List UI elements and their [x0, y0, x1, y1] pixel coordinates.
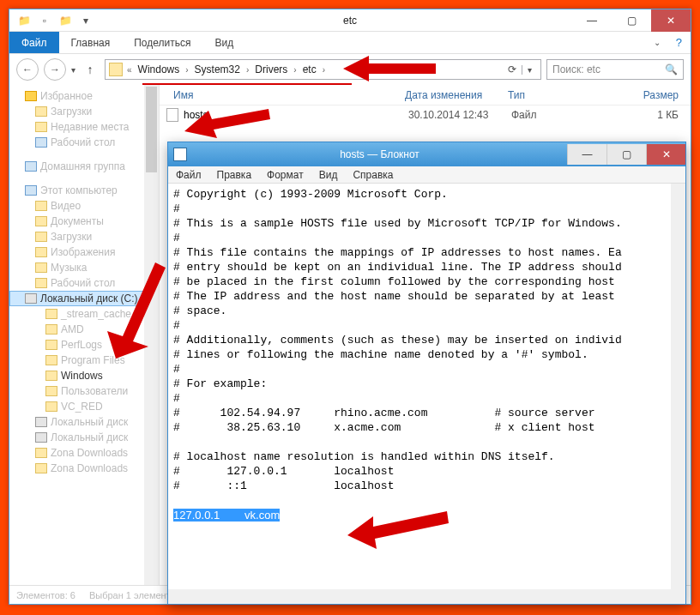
col-date[interactable]: Дата изменения: [398, 89, 501, 101]
sidebar-item[interactable]: Program Files: [9, 353, 159, 368]
sidebar-item[interactable]: _stream_cache: [9, 306, 159, 322]
sidebar-favorites[interactable]: Избранное: [9, 88, 159, 104]
close-button[interactable]: ✕: [651, 9, 691, 32]
menu-format[interactable]: Формат: [259, 169, 311, 181]
folder-icon: [45, 355, 57, 365]
sidebar-computer[interactable]: Этот компьютер: [9, 183, 159, 198]
close-button[interactable]: ✕: [646, 144, 685, 165]
file-name: hosts: [184, 109, 408, 121]
sidebar-item[interactable]: VC_RED: [9, 399, 159, 414]
folder-icon: [35, 448, 47, 458]
file-icon: [166, 108, 178, 122]
notepad-vscrollbar[interactable]: [671, 184, 685, 589]
breadcrumb-seg[interactable]: etc: [301, 63, 318, 75]
ribbon-expand-icon[interactable]: ⌄: [647, 32, 667, 53]
folder-icon: [45, 386, 57, 396]
ribbon-file-tab[interactable]: Файл: [9, 32, 59, 53]
new-folder-icon[interactable]: 📁: [56, 11, 75, 30]
chevron-right-icon[interactable]: ›: [291, 65, 299, 75]
col-name[interactable]: Имя: [166, 89, 398, 101]
sidebar-item-windows[interactable]: Windows: [9, 368, 159, 383]
folder-icon: 📁: [15, 11, 33, 30]
ribbon: Файл Главная Поделиться Вид ⌄ ?: [9, 32, 691, 54]
homegroup-icon: [25, 161, 37, 172]
notepad-icon: [173, 148, 187, 161]
folder-icon: [35, 122, 47, 132]
up-button[interactable]: ↑: [81, 60, 100, 79]
notepad-menu: Файл Правка Формат Вид Справка: [168, 166, 685, 184]
breadcrumb-seg[interactable]: System32: [193, 63, 242, 75]
notepad-titlebar[interactable]: hosts — Блокнот — ▢ ✕: [168, 142, 685, 166]
sidebar-item[interactable]: Пользователи: [9, 383, 159, 399]
file-icon: [45, 401, 57, 412]
sidebar-item[interactable]: Локальный диск: [9, 414, 159, 430]
desktop-icon: [35, 137, 47, 148]
ribbon-tab-view[interactable]: Вид: [202, 32, 245, 53]
sidebar-item[interactable]: Загрузки: [9, 104, 159, 119]
qat-dropdown-icon[interactable]: ▾: [76, 11, 95, 30]
sidebar-item[interactable]: Документы: [9, 214, 159, 229]
sidebar-item[interactable]: Рабочий стол: [9, 135, 159, 150]
folder-icon: [45, 340, 57, 350]
forward-button[interactable]: →: [44, 58, 66, 81]
file-size: 1 КБ: [597, 109, 691, 121]
chevron-right-icon[interactable]: ›: [244, 65, 251, 75]
notepad-hscrollbar[interactable]: [168, 589, 671, 604]
sidebar-homegroup[interactable]: Домашняя группа: [9, 159, 159, 174]
sidebar-item-local-c[interactable]: Локальный диск (C:): [9, 291, 159, 306]
sidebar-item[interactable]: Zona Downloads: [9, 461, 159, 476]
col-type[interactable]: Тип: [501, 89, 587, 101]
sidebar-item[interactable]: Локальный диск: [9, 430, 159, 445]
file-date: 30.10.2014 12:43: [408, 109, 511, 121]
drive-icon: [35, 417, 47, 427]
chevron-right-icon[interactable]: ›: [320, 65, 328, 75]
recent-dropdown-icon[interactable]: ▾: [71, 65, 75, 75]
folder-icon: [35, 232, 47, 242]
menu-help[interactable]: Справка: [345, 169, 401, 181]
ribbon-tab-share[interactable]: Поделиться: [122, 32, 202, 53]
column-headers[interactable]: Имя Дата изменения Тип Размер: [160, 85, 691, 106]
file-row-hosts[interactable]: hosts 30.10.2014 12:43 Файл 1 КБ: [160, 106, 691, 124]
sidebar-item[interactable]: AMD: [9, 322, 159, 337]
back-button[interactable]: ←: [16, 58, 39, 81]
menu-file[interactable]: Файл: [168, 169, 209, 181]
address-dropdown-icon[interactable]: ▾: [522, 65, 537, 75]
address-row: ← → ▾ ↑ « Windows › System32 › Drivers ›…: [9, 54, 691, 85]
menu-view[interactable]: Вид: [311, 169, 346, 181]
minimize-button[interactable]: —: [567, 144, 606, 165]
sidebar-item[interactable]: Музыка: [9, 260, 159, 275]
help-icon[interactable]: ?: [667, 32, 691, 53]
drive-icon: [25, 293, 37, 304]
folder-icon: [35, 201, 47, 211]
sidebar-item[interactable]: Изображения: [9, 244, 159, 260]
maximize-button[interactable]: ▢: [606, 144, 646, 165]
folder-icon: [45, 309, 57, 319]
ribbon-tab-home[interactable]: Главная: [59, 32, 123, 53]
sidebar-item[interactable]: PerfLogs: [9, 337, 159, 353]
menu-edit[interactable]: Правка: [209, 169, 260, 181]
breadcrumb-seg[interactable]: Drivers: [253, 63, 289, 75]
folder-icon: [35, 278, 47, 288]
sidebar-item[interactable]: Загрузки: [9, 229, 159, 244]
star-icon: [25, 91, 37, 101]
sidebar[interactable]: Избранное Загрузки Недавние места Рабочи…: [9, 85, 160, 585]
sidebar-item[interactable]: Недавние места: [9, 119, 159, 135]
breadcrumb-seg[interactable]: Windows: [136, 63, 182, 75]
maximize-button[interactable]: ▢: [612, 9, 651, 32]
folder-icon: [45, 371, 57, 381]
breadcrumb[interactable]: « Windows › System32 › Drivers › etc › ⟳…: [105, 59, 541, 80]
props-icon[interactable]: ▫: [35, 11, 54, 30]
refresh-icon[interactable]: ⟳: [504, 63, 520, 75]
search-input[interactable]: Поиск: etc 🔍: [546, 59, 684, 80]
chevron-right-icon[interactable]: ›: [183, 65, 190, 75]
folder-icon: [35, 216, 47, 226]
col-size[interactable]: Размер: [587, 89, 691, 101]
folder-icon: [35, 247, 47, 257]
minimize-button[interactable]: —: [572, 9, 612, 32]
notepad-text-area[interactable]: # Copyright (c) 1993-2009 Microsoft Corp…: [168, 184, 685, 604]
sidebar-item[interactable]: Zona Downloads: [9, 445, 159, 461]
sidebar-scrollbar[interactable]: [144, 85, 159, 585]
sidebar-item[interactable]: Рабочий стол: [9, 275, 159, 291]
sidebar-item[interactable]: Видео: [9, 198, 159, 214]
chevron-right-icon[interactable]: «: [124, 65, 135, 75]
